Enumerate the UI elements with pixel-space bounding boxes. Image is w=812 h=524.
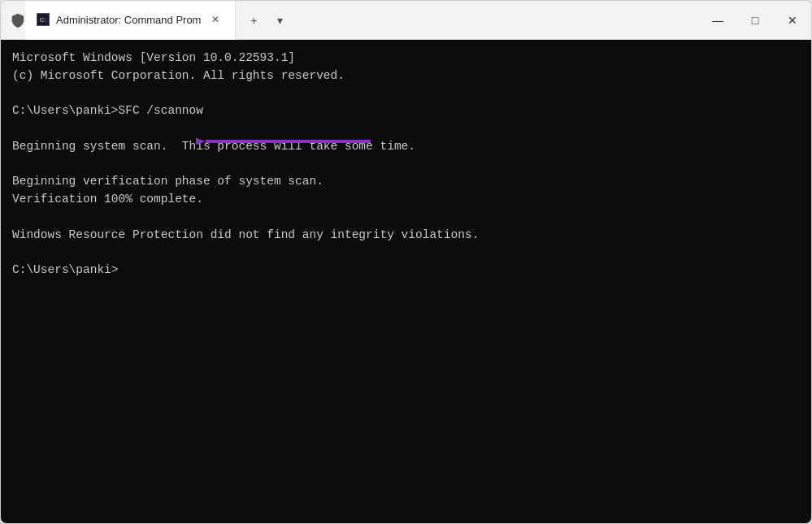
tab-close-button[interactable]: ✕ [207, 11, 224, 28]
terminal-line-6: Beginning system scan. This process will… [12, 138, 800, 156]
shield-icon [11, 13, 25, 28]
cmd-icon: C: [37, 13, 50, 26]
terminal-line-1: Microsoft Windows [Version 10.0.22593.1] [12, 50, 800, 67]
terminal-line-10 [12, 209, 800, 227]
minimize-button[interactable]: — [699, 1, 736, 39]
terminal-line-12 [12, 244, 800, 262]
close-button[interactable]: ✕ [774, 1, 811, 39]
terminal-line-3 [12, 85, 800, 103]
titlebar: C: Administrator: Command Prom ✕ + ▾ — □… [1, 1, 811, 40]
arrow-annotation [196, 125, 375, 158]
terminal-line-4: C:\Users\panki>SFC /scannow [12, 102, 800, 120]
window-controls: — □ ✕ [699, 1, 811, 39]
terminal-line-13: C:\Users\panki> [12, 262, 800, 279]
active-tab[interactable]: C: Administrator: Command Prom ✕ [25, 1, 236, 40]
terminal-line-5 [12, 120, 800, 138]
window: C: Administrator: Command Prom ✕ + ▾ — □… [0, 0, 812, 524]
tab-dropdown-button[interactable]: ▾ [268, 9, 291, 32]
terminal-line-11: Windows Resource Protection did not find… [12, 227, 800, 245]
titlebar-left [1, 1, 25, 39]
terminal-line-2: (c) Microsoft Corporation. All rights re… [12, 67, 800, 85]
tab-area: C: Administrator: Command Prom ✕ + ▾ [25, 1, 699, 39]
arrow-icon [196, 125, 375, 158]
terminal-line-9: Verification 100% complete. [12, 191, 800, 209]
terminal-line-7 [12, 156, 800, 174]
terminal-window[interactable]: Microsoft Windows [Version 10.0.22593.1]… [1, 40, 811, 523]
new-tab-button[interactable]: + [242, 9, 265, 32]
tab-actions: + ▾ [236, 1, 297, 39]
terminal-line-8: Beginning verification phase of system s… [12, 173, 800, 191]
maximize-button[interactable]: □ [736, 1, 774, 39]
tab-label: Administrator: Command Prom [56, 14, 201, 26]
